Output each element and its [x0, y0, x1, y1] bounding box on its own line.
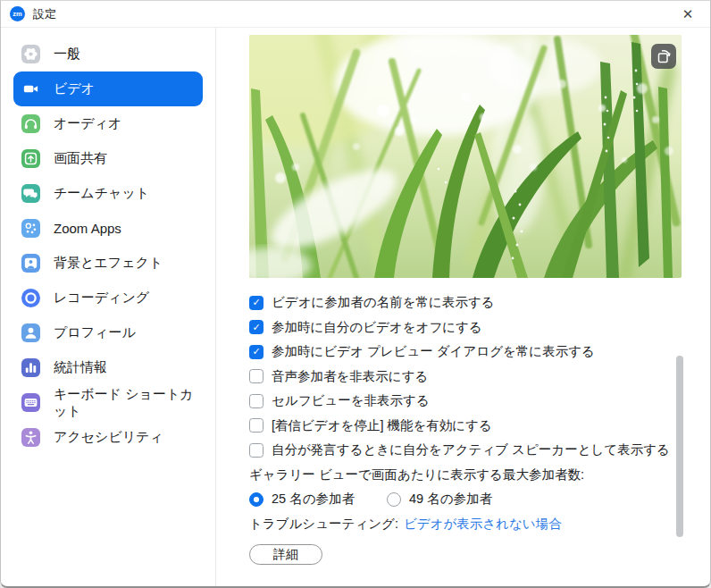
checkbox-label: セルフビューを非表示する [272, 392, 430, 409]
sidebar-item-label: 統計情報 [54, 359, 107, 376]
rotate-preview-icon[interactable] [651, 44, 676, 69]
sidebar-item-video[interactable]: ビデオ [13, 71, 203, 106]
window-body: 一般 ビデオ オーディオ 画面共有 [1, 28, 710, 586]
sidebar-item-teamchat[interactable]: チームチャット [13, 176, 203, 211]
sidebar-item-audio[interactable]: オーディオ [13, 106, 203, 141]
option-turn-off-video-on-join[interactable]: 参加時に自分のビデオをオフにする [249, 315, 710, 340]
sidebar-item-label: オーディオ [54, 115, 121, 132]
settings-window: zm 設定 ✕ 一般 ビデオ オーディオ [0, 0, 711, 588]
sidebar-item-screenshare[interactable]: 画面共有 [13, 141, 203, 176]
radio-button[interactable] [387, 492, 401, 507]
scrollbar-thumb[interactable] [676, 356, 683, 537]
option-stop-incoming-video[interactable]: [着信ビデオを停止] 機能を有効にする [249, 414, 710, 439]
option-active-speaker-self[interactable]: 自分が発言するときに自分をアクティブ スピーカーとして表示する [249, 438, 710, 463]
checkbox-label: 音声参加者を非表示にする [272, 368, 428, 385]
checkbox[interactable] [249, 320, 263, 334]
gallery-participants-radios: 25 名の参加者 49 名の参加者 [249, 487, 710, 512]
window-title: 設定 [33, 6, 56, 22]
sidebar-item-label: アクセシビリティ [54, 429, 163, 446]
checkbox[interactable] [249, 394, 263, 408]
troubleshooting-link[interactable]: ビデオが表示されない場合 [404, 516, 562, 533]
person-icon [21, 323, 40, 342]
settings-sidebar: 一般 ビデオ オーディオ 画面共有 [1, 28, 216, 586]
gallery-view-label: ギャラリー ビューで画面あたりに表示する最大参加者数: [249, 463, 710, 488]
checkbox[interactable] [249, 296, 263, 310]
sidebar-item-label: チームチャット [54, 185, 149, 202]
keyboard-icon [21, 393, 40, 412]
sidebar-item-keyboard-shortcuts[interactable]: キーボード ショートカット [13, 385, 203, 420]
video-settings-panel: ビデオに参加者の名前を常に表示する 参加時に自分のビデオをオフにする 参加時にビ… [216, 28, 710, 586]
sidebar-item-label: ビデオ [54, 80, 95, 97]
radio-label: 49 名の参加者 [409, 491, 492, 508]
checkbox[interactable] [249, 443, 263, 458]
sidebar-item-label: レコーディング [54, 290, 149, 307]
advanced-button[interactable]: 詳細 [249, 544, 322, 565]
title-bar: zm 設定 ✕ [1, 1, 710, 28]
zoom-logo-icon: zm [10, 6, 25, 21]
video-options: ビデオに参加者の名前を常に表示する 参加時に自分のビデオをオフにする 参加時にビ… [249, 290, 710, 565]
checkbox[interactable] [249, 369, 263, 383]
sidebar-item-statistics[interactable]: 統計情報 [13, 350, 203, 385]
sidebar-item-label: プロフィール [54, 324, 136, 341]
close-icon[interactable]: ✕ [674, 4, 701, 25]
sidebar-item-accessibility[interactable]: アクセシビリティ [13, 420, 203, 455]
checkbox-label: ビデオに参加者の名前を常に表示する [272, 294, 495, 311]
portrait-card-icon [21, 254, 40, 273]
bar-chart-icon [21, 358, 40, 377]
radio-49-participants[interactable]: 49 名の参加者 [387, 491, 492, 508]
sidebar-item-profile[interactable]: プロフィール [13, 315, 203, 350]
sidebar-item-recording[interactable]: レコーディング [13, 281, 203, 315]
sidebar-item-label: Zoom Apps [54, 221, 121, 236]
checkbox[interactable] [249, 418, 263, 433]
checkbox-label: [着信ビデオを停止] 機能を有効にする [272, 417, 492, 434]
radio-button[interactable] [249, 492, 263, 507]
accessibility-person-icon [21, 428, 40, 447]
sidebar-item-general[interactable]: 一般 [13, 37, 203, 71]
checkbox-label: 参加時に自分のビデオをオフにする [272, 319, 482, 336]
grass-preview-image [249, 35, 682, 278]
radio-label: 25 名の参加者 [272, 491, 355, 508]
chat-bubbles-icon [21, 184, 40, 203]
gear-icon [21, 45, 40, 63]
checkbox-label: 参加時にビデオ プレビュー ダイアログを常に表示する [272, 343, 595, 360]
troubleshooting-row: トラブルシューティング: ビデオが表示されない場合 [249, 512, 710, 537]
checkbox-label: 自分が発言するときに自分をアクティブ スピーカーとして表示する [272, 441, 670, 458]
option-show-names[interactable]: ビデオに参加者の名前を常に表示する [249, 290, 710, 315]
headphones-icon [21, 114, 40, 133]
option-hide-self-view[interactable]: セルフビューを非表示する [249, 389, 710, 414]
video-camera-icon [21, 80, 40, 98]
troubleshooting-label: トラブルシューティング: [249, 516, 398, 533]
sidebar-item-background-effects[interactable]: 背景とエフェクト [13, 246, 203, 281]
sidebar-item-label: 画面共有 [54, 150, 107, 167]
apps-dots-icon [21, 219, 40, 238]
share-screen-icon [21, 149, 40, 168]
radio-25-participants[interactable]: 25 名の参加者 [249, 491, 355, 508]
option-video-preview-dialog[interactable]: 参加時にビデオ プレビュー ダイアログを常に表示する [249, 340, 710, 365]
checkbox[interactable] [249, 345, 263, 359]
sidebar-item-zoomapps[interactable]: Zoom Apps [13, 211, 203, 246]
option-hide-non-video[interactable]: 音声参加者を非表示にする [249, 365, 710, 390]
record-ring-icon [21, 289, 40, 307]
sidebar-item-label: 背景とエフェクト [54, 255, 163, 272]
sidebar-item-label: 一般 [54, 46, 80, 63]
camera-preview [249, 35, 682, 278]
sidebar-item-label: キーボード ショートカット [54, 386, 195, 420]
